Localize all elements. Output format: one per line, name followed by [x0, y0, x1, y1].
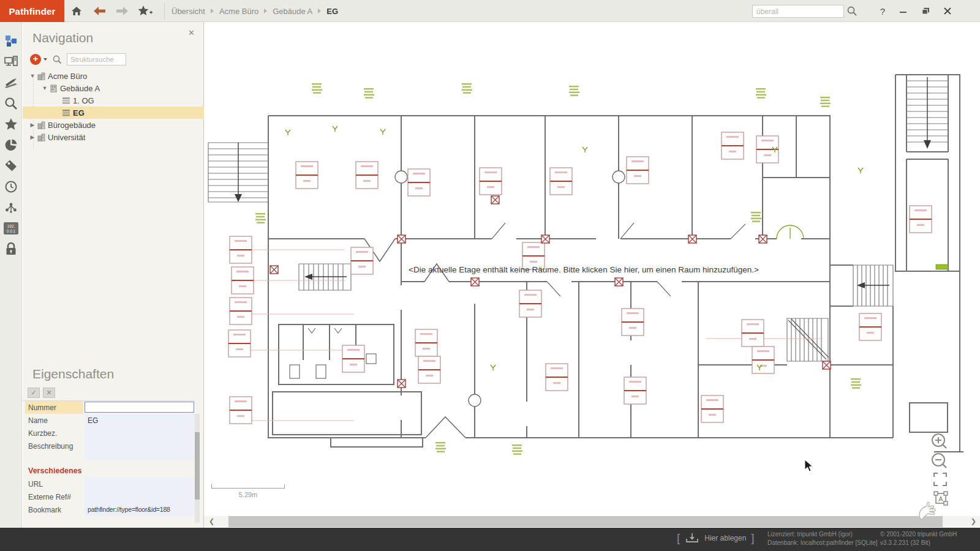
- discard-icon[interactable]: ✕: [43, 388, 55, 398]
- breadcrumb-separator-icon: [318, 9, 321, 13]
- forward-icon[interactable]: [114, 4, 130, 18]
- navigation-toolbar: +: [30, 53, 126, 66]
- scale-label: 5.29m: [211, 491, 285, 498]
- property-row: Bookmark pathfinder://type=floor&id=188: [25, 503, 195, 516]
- left-panel: Navigation ✕ + ▼ Acme Büro ▼ Gebäude A 1…: [23, 22, 204, 528]
- copyright: © 2001-2020 tripunkt GmbH: [880, 530, 957, 539]
- properties-actions: ✓ ✕: [28, 388, 55, 398]
- tree-item-universitaet[interactable]: ▶ Universität: [23, 131, 204, 143]
- close-button[interactable]: [940, 4, 956, 18]
- property-value[interactable]: [85, 427, 195, 440]
- tree-item-acme-buero[interactable]: ▼ Acme Büro: [23, 70, 204, 82]
- topology-icon[interactable]: [0, 197, 22, 218]
- property-value[interactable]: [85, 478, 195, 490]
- breadcrumb: Übersicht Acme Büro Gebäude A EG: [172, 0, 338, 22]
- property-label: Kurzbez.: [25, 427, 85, 440]
- search-icon[interactable]: [844, 4, 860, 18]
- property-label: Bookmark: [25, 503, 85, 516]
- plan-fire-symbols[interactable]: [228, 132, 932, 424]
- add-node-caret-icon[interactable]: [43, 58, 47, 61]
- breadcrumb-item[interactable]: Acme Büro: [219, 7, 258, 16]
- app-logo: Pathfinder: [0, 0, 64, 22]
- caret-collapsed-icon[interactable]: ▶: [29, 134, 36, 140]
- add-node-button[interactable]: +: [30, 54, 41, 65]
- lock-icon[interactable]: [0, 239, 22, 260]
- properties-panel-title: Eigenschaften: [32, 367, 114, 381]
- status-bar: [ Hier ablegen ] Lizenziert: tripunkt Gm…: [0, 528, 980, 551]
- tree-search-icon: [53, 55, 62, 64]
- global-search-input[interactable]: [752, 5, 844, 18]
- property-row: URL: [25, 478, 195, 490]
- property-value[interactable]: [85, 440, 195, 460]
- building-icon: [50, 84, 58, 92]
- structure-navigation-icon[interactable]: [0, 31, 22, 51]
- floor-icon: [62, 97, 70, 104]
- property-value[interactable]: EG: [85, 414, 195, 427]
- back-icon[interactable]: [92, 4, 108, 18]
- horizontal-scrollbar[interactable]: ❮ ❯: [204, 516, 980, 527]
- tools-icon[interactable]: [0, 72, 22, 93]
- nummer-input[interactable]: [85, 402, 194, 413]
- scale-bar: [211, 484, 285, 489]
- tree-search-input[interactable]: [67, 53, 126, 66]
- database-info: Datenbank: localhost:pathfinder [SQLite]: [767, 539, 878, 547]
- apply-icon[interactable]: ✓: [28, 388, 40, 398]
- property-row: Nummer: [25, 401, 195, 414]
- favorites-icon[interactable]: [0, 114, 22, 135]
- property-label: Name: [25, 414, 85, 427]
- zoom-out-button[interactable]: [930, 452, 949, 473]
- tree-item-eg-selected[interactable]: EG: [23, 107, 204, 119]
- toolbar-separator: [164, 2, 165, 20]
- ip-address-icon[interactable]: 192.0.0.1: [0, 218, 22, 239]
- breadcrumb-item-current[interactable]: EG: [326, 7, 338, 16]
- property-label: Beschreibung: [25, 440, 85, 460]
- breadcrumb-separator-icon: [264, 9, 267, 13]
- search-sidebar-icon[interactable]: [0, 93, 22, 114]
- drop-bracket-right: ]: [751, 531, 754, 545]
- property-value[interactable]: [85, 490, 195, 503]
- caret-collapsed-icon[interactable]: ▶: [29, 122, 36, 128]
- tree-item-gebaeude-a[interactable]: ▼ Gebäude A: [23, 82, 204, 94]
- properties-grid: Nummer Name EG Kurzbez. Beschreibung Ver…: [25, 401, 195, 516]
- favorite-add-icon[interactable]: [137, 4, 153, 18]
- svg-text:0.0.1: 0.0.1: [7, 229, 16, 233]
- home-icon[interactable]: [69, 4, 85, 18]
- version: v3.3.2.231 (32 Bit): [880, 539, 957, 547]
- drop-zone[interactable]: [ Hier ablegen ]: [677, 531, 755, 545]
- property-section-header: Verschiedenes: [25, 460, 195, 478]
- tree-item-buerogebaeude[interactable]: ▶ Bürogebäude: [23, 119, 204, 131]
- navigation-panel-title: Navigation: [32, 31, 93, 45]
- zoom-in-button[interactable]: [930, 432, 949, 453]
- workstation-icon[interactable]: [0, 51, 22, 72]
- download-tray-icon: [685, 532, 699, 544]
- minimize-button[interactable]: [895, 4, 911, 18]
- floor-plan-drawing[interactable]: [204, 22, 980, 528]
- property-value-bookmark[interactable]: pathfinder://type=floor&id=188: [85, 503, 195, 516]
- scrollbar-thumb[interactable]: [228, 516, 943, 527]
- svg-text:192.: 192.: [7, 224, 15, 228]
- building-icon: [37, 121, 45, 129]
- breadcrumb-item[interactable]: Gebäude A: [273, 7, 312, 16]
- tree-item-1-og[interactable]: 1. OG: [23, 94, 204, 107]
- clock-icon[interactable]: [0, 176, 22, 197]
- caret-expanded-icon[interactable]: ▼: [41, 85, 48, 91]
- navigation-close-icon[interactable]: ✕: [188, 28, 195, 37]
- breadcrumb-item[interactable]: Übersicht: [172, 7, 205, 16]
- drop-bracket-left: [: [677, 531, 680, 545]
- floor-plan-canvas[interactable]: <Die aktuelle Etage enthält keine Räume.…: [204, 22, 980, 528]
- scroll-left-icon[interactable]: ❮: [209, 517, 214, 525]
- caret-expanded-icon[interactable]: ▼: [29, 73, 36, 79]
- properties-scrollbar[interactable]: [195, 414, 200, 523]
- tag-icon[interactable]: [0, 156, 22, 176]
- licensed-to: Lizenziert: tripunkt GmbH (igor): [767, 530, 878, 539]
- breadcrumb-separator-icon: [211, 9, 214, 13]
- restore-button[interactable]: [918, 4, 933, 18]
- property-row: Externe Ref#: [25, 490, 195, 503]
- property-label: Nummer: [25, 401, 83, 414]
- pie-chart-icon[interactable]: [0, 135, 22, 156]
- building-icon: [37, 133, 45, 141]
- help-button[interactable]: ?: [875, 4, 891, 18]
- zoom-fit-button[interactable]: [933, 473, 947, 489]
- title-bar: Pathfinder Übersicht Acme Büro Gebäude A…: [0, 0, 980, 22]
- scroll-right-icon[interactable]: ❯: [971, 517, 976, 525]
